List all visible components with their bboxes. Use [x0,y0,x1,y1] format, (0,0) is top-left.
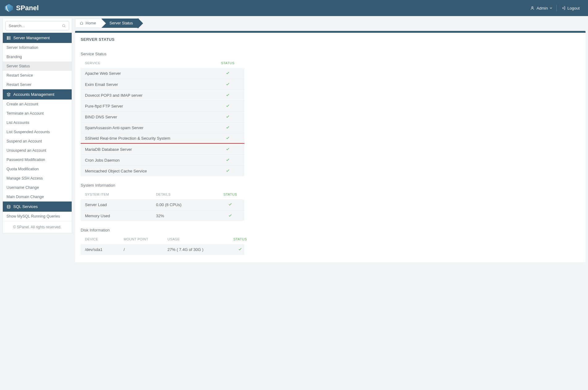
logout-label: Logout [567,6,580,11]
check-icon [226,71,230,75]
cell-device: /dev/sda1 [85,247,124,252]
cell-status [215,82,240,87]
divider [556,5,557,11]
nav-item[interactable]: Unsuspend an Account [3,146,72,155]
table-row: SpamAssassin Anti-spam Server [81,122,244,133]
check-icon [226,125,230,129]
sidebar-footer: © SPanel. All rights reserved. [3,221,72,233]
svg-point-6 [7,205,10,206]
logout-link[interactable]: Logout [558,4,583,13]
cell-item: Memory Used [85,214,156,218]
cell-status [218,202,243,207]
col-status: STATUS [228,237,252,241]
user-icon [530,6,535,10]
table-row: Exim Email Server [81,79,244,90]
nav-section-title: Server Management [13,36,50,40]
check-icon [226,136,230,140]
svg-point-1 [62,24,65,27]
system-info-table: SYSTEM ITEM DETAILS STATUS Server Load0.… [81,189,244,221]
panel-server-status: SERVER STATUS Service Status SERVICE STA… [75,31,586,262]
table-head: SERVICE STATUS [81,58,244,68]
cell-status [215,71,240,76]
nav-item[interactable]: Quota Modification [3,164,72,174]
table-row: Pure-ftpd FTP Server [81,100,244,111]
section-label-service: Service Status [81,52,580,56]
col-item: SYSTEM ITEM [85,193,156,196]
table-row: Dovecot POP3 and IMAP server [81,90,244,100]
cell-service: SShield Real-time Protection & Security … [85,136,215,141]
table-row: Apache Web Server [81,68,244,79]
table-row: SShield Real-time Protection & Security … [81,133,244,144]
nav-section-title: SQL Services [13,204,38,209]
nav-item[interactable]: Manage SSH Access [3,174,72,183]
service-status-table: SERVICE STATUS Apache Web ServerExim Ema… [81,58,244,176]
brand-logo-icon [5,4,13,12]
check-icon [226,147,230,151]
nav-item[interactable]: Show MySQL Running Queries [3,212,72,221]
nav-item[interactable]: List Suspended Accounts [3,127,72,137]
search-input[interactable] [9,23,62,28]
nav-item[interactable]: Username Change [3,183,72,192]
admin-menu[interactable]: Admin [527,4,556,13]
nav-item[interactable]: List Accounts [3,118,72,127]
cell-service: Pure-ftpd FTP Server [85,104,215,108]
check-icon [226,158,230,162]
nav-item[interactable]: Restart Server [3,80,72,89]
section-icon [6,205,11,209]
cell-service: SpamAssassin Anti-spam Server [85,125,215,130]
table-row: Memcached Object Cache Service [81,165,244,176]
breadcrumbs: Home Server Status [75,19,586,28]
nav-item[interactable]: Server Information [3,43,72,52]
cell-status [215,114,240,120]
cell-service: Apache Web Server [85,71,215,76]
table-row: Memory Used32% [81,210,244,221]
nav-item[interactable]: Password Modification [3,155,72,164]
cell-status [228,247,252,252]
col-details: DETAILS [156,193,218,196]
logout-icon [561,6,565,10]
nav-item[interactable]: Main Domain Change [3,192,72,201]
section-icon [6,36,11,40]
cell-service: BIND DNS Server [85,115,215,119]
cell-status [215,158,240,163]
search-box[interactable] [5,21,69,30]
col-status: STATUS [215,61,240,65]
main: Home Server Status SERVER STATUS Service… [72,16,588,272]
cell-status [215,136,240,141]
sidebar: Server ManagementServer InformationBrand… [2,19,72,233]
col-status: STATUS [218,193,243,196]
breadcrumb-label: Server Status [109,21,133,25]
cell-status [215,168,240,174]
check-icon [226,104,230,108]
check-icon [238,247,242,251]
breadcrumb-home[interactable]: Home [75,19,102,28]
brand[interactable]: SPanel [5,4,39,12]
disk-info-table: DEVICE MOUNT POINT USAGE STATUS /dev/sda… [81,234,244,255]
nav-item[interactable]: Suspend an Account [3,137,72,146]
nav-section-header: Server Management [3,33,72,43]
table-row: BIND DNS Server [81,111,244,122]
nav-section-title: Accounts Management [13,92,54,97]
chevron-down-icon [550,7,552,9]
nav-item[interactable]: Create an Account [3,100,72,109]
breadcrumb-label: Home [86,21,96,25]
section-label-system: System Information [81,183,580,188]
nav-item[interactable]: Server Status [3,61,72,71]
check-icon [226,82,230,86]
table-row: Server Load0.00 (8 CPUs) [81,199,244,210]
cell-details: 0.00 (8 CPUs) [156,202,218,207]
table-head: SYSTEM ITEM DETAILS STATUS [81,189,244,199]
nav-item[interactable]: Restart Service [3,71,72,80]
nav-item[interactable]: Branding [3,52,72,61]
table-row: /dev/sda1/27% ( 7.4G of 30G ) [81,244,244,255]
check-icon [226,93,230,97]
home-icon [80,21,83,25]
top-right-controls: Admin Logout [527,4,583,13]
topbar: SPanel Admin Logout [0,0,588,16]
breadcrumb-current[interactable]: Server Status [102,19,139,28]
col-usage: USAGE [167,237,228,241]
search-icon [62,24,66,28]
check-icon [226,168,230,173]
nav-item[interactable]: Terminate an Account [3,109,72,118]
admin-label: Admin [536,6,548,11]
